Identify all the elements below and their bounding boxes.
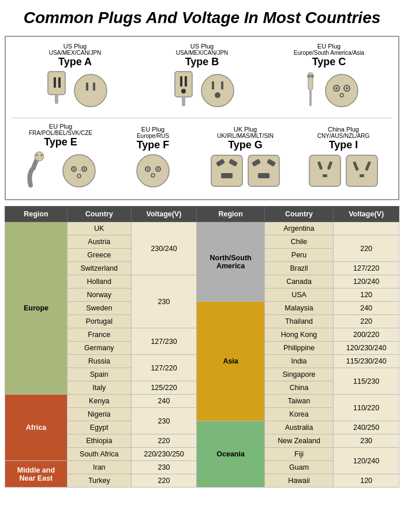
plug-i-type: Type I xyxy=(329,139,358,151)
left-country-cell: Iran xyxy=(67,461,131,474)
svg-rect-0 xyxy=(48,72,65,95)
plug-e-type: Type E xyxy=(44,136,77,148)
svg-point-12 xyxy=(201,74,234,107)
plug-c-type: Type C xyxy=(312,56,346,68)
plug-type-e: EU Plug FRA/POL/BEL/SVK/CZE Type E xyxy=(20,123,101,193)
left-country-cell: Egypt xyxy=(67,421,131,434)
svg-rect-11 xyxy=(182,97,185,106)
plug-g-socket2-svg xyxy=(246,153,281,188)
svg-rect-9 xyxy=(185,76,187,87)
right-voltage-cell: 115/230/240 xyxy=(334,355,399,368)
right-voltage-cell: 220 xyxy=(334,315,399,328)
left-country-cell: Nigeria xyxy=(67,408,131,421)
plug-g-socket-svg xyxy=(210,153,244,188)
left-voltage-cell: 230 xyxy=(131,275,197,328)
right-country-cell: Brazil xyxy=(264,262,333,275)
left-voltage-cell: 240 xyxy=(131,395,197,408)
plug-type-b: US Plug USA/MEX/CAN/JPN Type B xyxy=(164,43,240,113)
right-region-cell: Asia xyxy=(197,302,264,421)
left-region-cell: Middle andNear East xyxy=(5,461,68,488)
plug-f-region: Europe/RUS xyxy=(137,133,169,139)
svg-rect-2 xyxy=(58,77,61,88)
right-country-cell: Singapore xyxy=(264,368,333,381)
plug-i-socket-svg xyxy=(308,153,342,188)
left-country-cell: Sweden xyxy=(67,302,131,315)
plug-c-svg xyxy=(299,70,322,111)
right-country-cell: USA xyxy=(264,289,333,302)
voltage-table-section: Region Country Voltage(V) Region Country… xyxy=(5,206,399,488)
left-voltage-cell: 125/220 xyxy=(131,381,197,395)
page-title: Common Plugs And Voltage In Most Countri… xyxy=(0,0,404,33)
plug-g-visual xyxy=(210,153,281,188)
right-voltage-cell: 220 xyxy=(334,235,399,262)
plug-f-socket-svg xyxy=(136,153,170,188)
left-voltage-cell: 220 xyxy=(131,474,197,488)
left-country-cell: Norway xyxy=(67,289,131,302)
right-voltage-cell: 115/230 xyxy=(334,368,399,395)
svg-point-17 xyxy=(307,74,311,78)
left-region-cell: Africa xyxy=(5,395,68,461)
left-country-cell: Portugal xyxy=(67,315,131,328)
plug-a-svg xyxy=(42,70,71,111)
plug-i-region: CNY/AUS/NZL/ARG xyxy=(317,133,370,139)
right-country-cell: Australia xyxy=(264,421,333,434)
plug-type-c: EU Plug Europe/South America/Asia Type C xyxy=(291,43,366,113)
right-country-cell: India xyxy=(264,355,333,368)
plug-row-2: EU Plug FRA/POL/BEL/SVK/CZE Type E xyxy=(12,123,392,193)
plug-a-socket-svg xyxy=(73,73,108,108)
svg-point-35 xyxy=(137,155,169,187)
header-voltage-left: Voltage(V) xyxy=(131,207,197,222)
svg-rect-41 xyxy=(211,155,242,186)
left-country-cell: Turkey xyxy=(67,474,131,488)
svg-point-31 xyxy=(73,168,75,170)
plug-f-standard: EU Plug xyxy=(141,126,164,133)
plug-type-g: UK Plug UK/IRL/MAS/MLT/SIN Type G xyxy=(205,126,286,190)
right-country-cell: Hong Kong xyxy=(264,328,333,342)
plug-type-i: China Plug CNY/AUS/NZL/ARG Type I xyxy=(303,126,384,190)
right-region-cell: North/SouthAmerica xyxy=(197,222,264,302)
plug-row-divider xyxy=(12,118,392,118)
svg-point-20 xyxy=(326,74,358,107)
plug-g-region: UK/IRL/MAS/MLT/SIN xyxy=(217,133,274,139)
plug-g-standard: UK Plug xyxy=(234,126,257,133)
right-country-cell: Philippine xyxy=(264,342,333,355)
svg-point-18 xyxy=(311,74,314,78)
right-country-cell: Korea xyxy=(264,408,333,421)
svg-rect-5 xyxy=(86,83,88,91)
plug-b-socket-svg xyxy=(200,73,235,108)
left-voltage-cell: 127/220 xyxy=(131,355,197,381)
left-country-cell: South Africa xyxy=(67,448,131,461)
plug-i-visual xyxy=(308,153,379,188)
header-voltage-right: Voltage(V) xyxy=(334,207,399,222)
left-voltage-cell: 230 xyxy=(131,461,197,474)
right-country-cell: China xyxy=(264,381,333,395)
right-voltage-cell: 120 xyxy=(334,289,399,302)
right-voltage-cell: 120/240 xyxy=(334,275,399,289)
svg-point-23 xyxy=(335,87,338,89)
svg-point-4 xyxy=(74,74,107,107)
svg-rect-52 xyxy=(323,174,327,177)
svg-point-24 xyxy=(346,87,348,89)
svg-rect-6 xyxy=(93,83,95,91)
right-voltage-cell: 240/250 xyxy=(334,421,399,434)
svg-point-37 xyxy=(147,168,149,170)
header-region-right: Region xyxy=(197,207,264,222)
right-country-cell: Taiwan xyxy=(264,395,333,408)
plug-a-visual xyxy=(42,70,108,111)
plug-type-a: US Plug USA/MEX/CAN/JPN Type A xyxy=(38,43,113,113)
right-country-cell: Argentina xyxy=(264,222,333,235)
plug-b-visual xyxy=(169,70,235,111)
left-country-cell: Italy xyxy=(67,381,131,395)
svg-rect-49 xyxy=(309,155,341,186)
right-voltage-cell: 230 xyxy=(334,434,399,448)
plug-e-plug-svg xyxy=(25,151,59,191)
svg-point-10 xyxy=(181,89,186,93)
svg-point-29 xyxy=(63,155,95,187)
svg-rect-13 xyxy=(212,81,214,89)
left-voltage-cell: 230 xyxy=(131,408,197,434)
left-country-cell: France xyxy=(67,328,131,342)
plug-f-visual xyxy=(136,153,170,188)
plug-a-type: Type A xyxy=(58,56,92,68)
right-voltage-cell: 110/220 xyxy=(334,395,399,421)
right-voltage-cell: 127/220 xyxy=(334,262,399,275)
